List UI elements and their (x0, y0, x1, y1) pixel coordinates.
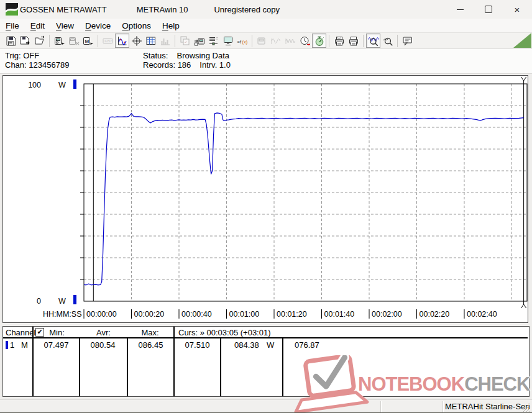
row-avr-value: 080.54 (80, 340, 126, 350)
svg-text:00:02:40: 00:02:40 (467, 310, 497, 319)
row-channel-number: 1 (10, 340, 14, 350)
svg-text:00:02:00: 00:02:00 (372, 310, 402, 319)
svg-text:0: 0 (37, 297, 41, 306)
row-channel-mode: M (21, 340, 28, 350)
power-trend-chart[interactable]: 00:00:0000:00:2000:00:4000:01:0000:01:20… (3, 76, 528, 322)
row-cursor1-value: 07.510 (175, 340, 220, 350)
status-value: Browsing Data (177, 51, 229, 60)
zoom-time-icon[interactable] (366, 34, 380, 48)
memory-read-icon[interactable]: M (81, 34, 95, 48)
gossen-metrawatt-logo-icon (6, 3, 18, 16)
svg-text:W: W (58, 297, 66, 306)
svg-text:00:00:40: 00:00:40 (181, 310, 212, 319)
table-divider (32, 327, 34, 396)
formula-icon[interactable]: =f(x) (235, 34, 249, 48)
toolbar: M 1257 =f(x) (0, 32, 532, 49)
status-bar: METRAHit Starline-Seri (0, 399, 532, 413)
table-divider (220, 337, 221, 396)
menu-options[interactable]: Options (116, 20, 157, 32)
measurement-table: Channel: ✔ Min: Avr: Max: Curs: » 00:03:… (2, 326, 530, 397)
device-read-icon[interactable] (52, 34, 66, 48)
svg-text:(x): (x) (242, 39, 247, 44)
chart-view-icon[interactable] (115, 34, 129, 48)
svg-text:HH:MM:SS: HH:MM:SS (43, 310, 82, 319)
window-title-license: Unregistered copy (214, 5, 280, 14)
menu-view[interactable]: View (50, 20, 80, 32)
copy-data-icon[interactable] (178, 34, 192, 48)
table-divider (282, 337, 283, 396)
status-panel: Trig: OFF Chan: 123456789 Status:Browsin… (0, 49, 532, 74)
svg-text:=f: =f (237, 39, 241, 44)
print-icon[interactable] (346, 34, 360, 48)
row-min-value: 07.497 (34, 340, 79, 350)
interval-value: Intrv. 1.0 (200, 60, 231, 70)
menu-edit[interactable]: Edit (25, 20, 50, 32)
svg-text:00:00:00: 00:00:00 (86, 310, 117, 319)
svg-text:00:01:20: 00:01:20 (277, 310, 307, 319)
open-file-icon[interactable] (32, 34, 47, 48)
time-sync-icon[interactable] (298, 34, 312, 48)
statusbar-divider (380, 401, 381, 412)
channel-status: Chan: 123456789 (5, 60, 69, 70)
close-button[interactable]: × (503, 0, 531, 19)
svg-text:100: 100 (28, 81, 41, 89)
monitor-view-icon[interactable] (221, 34, 235, 48)
svg-text:1257: 1257 (104, 39, 111, 43)
menu-bar: File Edit View Device Options Help (0, 19, 532, 32)
title-bar: GOSSEN METRAWATT METRAwin 10 Unregistere… (0, 0, 532, 19)
display-config-icon[interactable] (255, 34, 269, 48)
row-cursor2-unit: W (267, 340, 274, 350)
print-report-icon[interactable] (332, 34, 346, 48)
table-view-icon[interactable] (144, 34, 158, 48)
col-header-cursor: Curs: » 00:03:05 (+03:01) (178, 328, 271, 337)
save-data-icon[interactable] (4, 34, 18, 48)
table-divider (173, 327, 175, 396)
trigger-status: Trig: OFF (5, 51, 69, 60)
cursor-crosshair-icon[interactable] (129, 34, 144, 48)
connected-device-name: METRAHit Starline-Seri (445, 402, 530, 411)
save-to-device-icon[interactable] (192, 34, 206, 48)
table-header-divider (3, 337, 528, 338)
window-title-brand: GOSSEN METRAWATT (20, 5, 107, 14)
wave-single-icon[interactable] (269, 34, 283, 48)
wave-dense-icon[interactable] (283, 34, 298, 48)
zoom-curve-icon[interactable] (380, 34, 395, 48)
numeric-display-icon[interactable]: 1257 (101, 34, 115, 48)
col-header-max: Max: (127, 328, 173, 337)
menu-file[interactable]: File (0, 20, 25, 32)
row-delta-value: 076.87 (295, 340, 319, 350)
svg-text:00:02:20: 00:02:20 (420, 310, 450, 319)
menu-help[interactable]: Help (157, 20, 185, 32)
svg-text:00:00:20: 00:00:20 (134, 310, 165, 319)
row-max-value: 086.45 (128, 340, 173, 350)
statusbar-divider (443, 401, 443, 412)
svg-text:00:01:00: 00:01:00 (229, 310, 260, 319)
interval-timer-icon[interactable] (312, 34, 326, 48)
row-cursor2-value: 084.38 (234, 340, 259, 350)
col-header-avr: Avr: (80, 328, 127, 337)
svg-text:00:01:40: 00:01:40 (324, 310, 355, 319)
col-header-min: Min: (34, 328, 80, 337)
maximize-button[interactable] (475, 0, 502, 19)
channel-color-marker (6, 341, 8, 349)
svg-text:M: M (85, 38, 89, 43)
window-title-app: METRAwin 10 (137, 5, 188, 14)
annotation-icon[interactable] (400, 34, 415, 48)
svg-text:W: W (58, 81, 66, 89)
histogram-view-icon[interactable] (158, 34, 172, 48)
device-disconnect-icon[interactable] (66, 34, 81, 48)
minimize-button[interactable] (446, 0, 474, 19)
records-count: Records: 186 (143, 60, 191, 70)
channel-list-icon[interactable] (206, 34, 221, 48)
metrawin-window: GOSSEN METRAWATT METRAwin 10 Unregistere… (0, 0, 532, 413)
chart-panel[interactable]: 00:00:0000:00:2000:00:4000:01:0000:01:20… (2, 75, 528, 323)
resize-grip[interactable] (523, 404, 531, 412)
menu-device[interactable]: Device (80, 20, 116, 32)
save-export-icon[interactable] (18, 34, 32, 48)
status-label: Status: (143, 51, 168, 60)
